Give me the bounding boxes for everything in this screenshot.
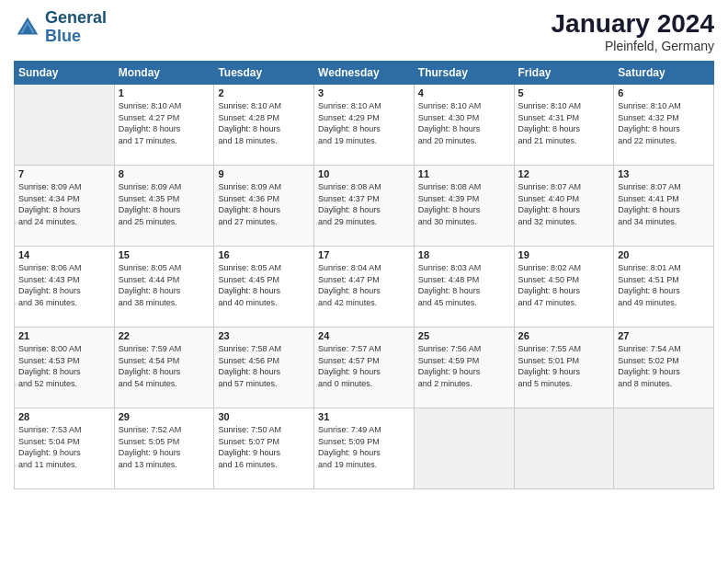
day-info: Sunrise: 8:08 AM Sunset: 4:37 PM Dayligh… — [318, 181, 410, 227]
calendar-cell: 17Sunrise: 8:04 AM Sunset: 4:47 PM Dayli… — [314, 247, 415, 327]
calendar-cell: 28Sunrise: 7:53 AM Sunset: 5:04 PM Dayli… — [15, 408, 115, 489]
day-number: 5 — [518, 87, 610, 98]
logo-icon — [14, 14, 41, 41]
calendar-week-3: 14Sunrise: 8:06 AM Sunset: 4:43 PM Dayli… — [15, 247, 714, 327]
day-number: 12 — [518, 168, 610, 179]
calendar-week-5: 28Sunrise: 7:53 AM Sunset: 5:04 PM Dayli… — [15, 408, 714, 489]
day-number: 11 — [418, 168, 510, 179]
calendar-cell: 6Sunrise: 8:10 AM Sunset: 4:32 PM Daylig… — [614, 85, 714, 166]
col-saturday: Saturday — [614, 62, 714, 85]
col-tuesday: Tuesday — [214, 62, 314, 85]
day-info: Sunrise: 7:56 AM Sunset: 4:59 PM Dayligh… — [418, 343, 510, 389]
calendar-cell: 5Sunrise: 8:10 AM Sunset: 4:31 PM Daylig… — [514, 85, 614, 166]
calendar-cell — [514, 408, 614, 489]
day-info: Sunrise: 8:10 AM Sunset: 4:32 PM Dayligh… — [618, 100, 710, 146]
calendar-cell: 11Sunrise: 8:08 AM Sunset: 4:39 PM Dayli… — [414, 166, 514, 247]
logo: General Blue — [14, 9, 107, 46]
col-wednesday: Wednesday — [314, 62, 415, 85]
title-area: January 2024 Pleinfeld, Germany — [552, 9, 714, 53]
day-info: Sunrise: 8:09 AM Sunset: 4:34 PM Dayligh… — [18, 181, 110, 227]
calendar-cell: 4Sunrise: 8:10 AM Sunset: 4:30 PM Daylig… — [414, 85, 514, 166]
day-number: 17 — [318, 249, 410, 260]
calendar-cell: 13Sunrise: 8:07 AM Sunset: 4:41 PM Dayli… — [614, 166, 714, 247]
day-info: Sunrise: 7:49 AM Sunset: 5:09 PM Dayligh… — [318, 424, 410, 470]
calendar-cell: 2Sunrise: 8:10 AM Sunset: 4:28 PM Daylig… — [214, 85, 314, 166]
day-number: 6 — [618, 87, 710, 98]
calendar-cell: 18Sunrise: 8:03 AM Sunset: 4:48 PM Dayli… — [414, 247, 514, 327]
day-info: Sunrise: 8:09 AM Sunset: 4:36 PM Dayligh… — [218, 181, 310, 227]
day-info: Sunrise: 8:10 AM Sunset: 4:30 PM Dayligh… — [418, 100, 510, 146]
calendar-cell: 9Sunrise: 8:09 AM Sunset: 4:36 PM Daylig… — [214, 166, 314, 247]
day-info: Sunrise: 8:04 AM Sunset: 4:47 PM Dayligh… — [318, 262, 410, 308]
calendar-week-4: 21Sunrise: 8:00 AM Sunset: 4:53 PM Dayli… — [15, 327, 714, 408]
day-number: 26 — [518, 330, 610, 341]
calendar-cell: 15Sunrise: 8:05 AM Sunset: 4:44 PM Dayli… — [114, 247, 214, 327]
day-number: 7 — [18, 168, 110, 179]
day-number: 31 — [318, 411, 410, 422]
calendar-cell: 27Sunrise: 7:54 AM Sunset: 5:02 PM Dayli… — [614, 327, 714, 408]
day-number: 10 — [318, 168, 410, 179]
calendar-cell: 7Sunrise: 8:09 AM Sunset: 4:34 PM Daylig… — [15, 166, 115, 247]
day-info: Sunrise: 7:53 AM Sunset: 5:04 PM Dayligh… — [18, 424, 110, 470]
calendar-cell: 10Sunrise: 8:08 AM Sunset: 4:37 PM Dayli… — [314, 166, 415, 247]
header: General Blue January 2024 Pleinfeld, Ger… — [14, 9, 714, 53]
day-number: 23 — [218, 330, 310, 341]
logo-text: General Blue — [45, 9, 107, 46]
day-info: Sunrise: 8:10 AM Sunset: 4:29 PM Dayligh… — [318, 100, 410, 146]
calendar-cell — [414, 408, 514, 489]
calendar-cell: 19Sunrise: 8:02 AM Sunset: 4:50 PM Dayli… — [514, 247, 614, 327]
day-number: 1 — [119, 87, 210, 98]
col-monday: Monday — [114, 62, 214, 85]
calendar-cell: 31Sunrise: 7:49 AM Sunset: 5:09 PM Dayli… — [314, 408, 415, 489]
day-info: Sunrise: 7:58 AM Sunset: 4:56 PM Dayligh… — [218, 343, 310, 389]
calendar-cell: 16Sunrise: 8:05 AM Sunset: 4:45 PM Dayli… — [214, 247, 314, 327]
calendar-cell — [15, 85, 115, 166]
calendar-cell: 26Sunrise: 7:55 AM Sunset: 5:01 PM Dayli… — [514, 327, 614, 408]
calendar-cell — [614, 408, 714, 489]
day-number: 28 — [18, 411, 110, 422]
calendar-cell: 20Sunrise: 8:01 AM Sunset: 4:51 PM Dayli… — [614, 247, 714, 327]
calendar-cell: 22Sunrise: 7:59 AM Sunset: 4:54 PM Dayli… — [114, 327, 214, 408]
col-thursday: Thursday — [414, 62, 514, 85]
day-number: 14 — [18, 249, 110, 260]
day-number: 15 — [119, 249, 210, 260]
col-friday: Friday — [514, 62, 614, 85]
day-number: 20 — [618, 249, 710, 260]
calendar-cell: 29Sunrise: 7:52 AM Sunset: 5:05 PM Dayli… — [114, 408, 214, 489]
day-number: 13 — [618, 168, 710, 179]
day-number: 24 — [318, 330, 410, 341]
day-info: Sunrise: 8:10 AM Sunset: 4:27 PM Dayligh… — [119, 100, 210, 146]
calendar-week-1: 1Sunrise: 8:10 AM Sunset: 4:27 PM Daylig… — [15, 85, 714, 166]
calendar-week-2: 7Sunrise: 8:09 AM Sunset: 4:34 PM Daylig… — [15, 166, 714, 247]
day-info: Sunrise: 7:57 AM Sunset: 4:57 PM Dayligh… — [318, 343, 410, 389]
calendar-cell: 3Sunrise: 8:10 AM Sunset: 4:29 PM Daylig… — [314, 85, 415, 166]
calendar-cell: 8Sunrise: 8:09 AM Sunset: 4:35 PM Daylig… — [114, 166, 214, 247]
calendar-cell: 24Sunrise: 7:57 AM Sunset: 4:57 PM Dayli… — [314, 327, 415, 408]
calendar-body: 1Sunrise: 8:10 AM Sunset: 4:27 PM Daylig… — [15, 85, 714, 489]
day-info: Sunrise: 8:07 AM Sunset: 4:40 PM Dayligh… — [518, 181, 610, 227]
day-number: 18 — [418, 249, 510, 260]
calendar-cell: 23Sunrise: 7:58 AM Sunset: 4:56 PM Dayli… — [214, 327, 314, 408]
day-number: 22 — [119, 330, 210, 341]
page-container: General Blue January 2024 Pleinfeld, Ger… — [0, 0, 728, 499]
day-info: Sunrise: 8:03 AM Sunset: 4:48 PM Dayligh… — [418, 262, 510, 308]
logo-line2: Blue — [45, 27, 81, 45]
day-number: 30 — [218, 411, 310, 422]
day-info: Sunrise: 7:54 AM Sunset: 5:02 PM Dayligh… — [618, 343, 710, 389]
day-info: Sunrise: 8:06 AM Sunset: 4:43 PM Dayligh… — [18, 262, 110, 308]
calendar-cell: 1Sunrise: 8:10 AM Sunset: 4:27 PM Daylig… — [114, 85, 214, 166]
day-info: Sunrise: 8:05 AM Sunset: 4:44 PM Dayligh… — [119, 262, 210, 308]
location: Pleinfeld, Germany — [552, 39, 714, 53]
day-info: Sunrise: 8:00 AM Sunset: 4:53 PM Dayligh… — [18, 343, 110, 389]
day-number: 21 — [18, 330, 110, 341]
day-number: 9 — [218, 168, 310, 179]
day-number: 29 — [119, 411, 210, 422]
day-info: Sunrise: 8:08 AM Sunset: 4:39 PM Dayligh… — [418, 181, 510, 227]
day-info: Sunrise: 8:07 AM Sunset: 4:41 PM Dayligh… — [618, 181, 710, 227]
col-sunday: Sunday — [15, 62, 115, 85]
day-info: Sunrise: 8:10 AM Sunset: 4:31 PM Dayligh… — [518, 100, 610, 146]
day-info: Sunrise: 8:10 AM Sunset: 4:28 PM Dayligh… — [218, 100, 310, 146]
calendar-cell: 25Sunrise: 7:56 AM Sunset: 4:59 PM Dayli… — [414, 327, 514, 408]
header-row: Sunday Monday Tuesday Wednesday Thursday… — [15, 62, 714, 85]
day-info: Sunrise: 7:55 AM Sunset: 5:01 PM Dayligh… — [518, 343, 610, 389]
